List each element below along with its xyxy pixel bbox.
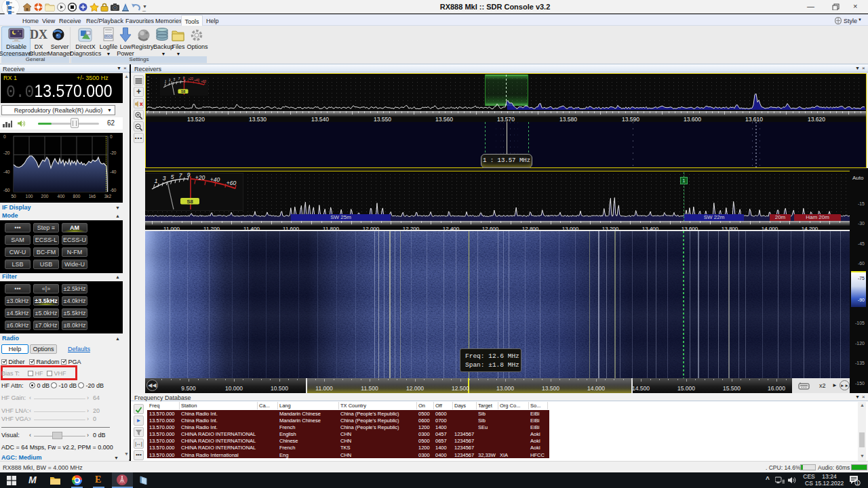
svg-text:+20: +20 bbox=[188, 77, 193, 81]
svg-text:LOG: LOG bbox=[105, 35, 112, 39]
svg-text:3: 3 bbox=[163, 175, 166, 182]
svg-text:+60: +60 bbox=[226, 180, 237, 186]
svg-text:+40: +40 bbox=[194, 79, 199, 82]
svg-text:S8: S8 bbox=[181, 89, 186, 94]
svg-text:9: 9 bbox=[187, 173, 191, 178]
svg-text:5: 5 bbox=[171, 174, 174, 180]
svg-text:S8: S8 bbox=[186, 199, 193, 205]
svg-text:+40: +40 bbox=[210, 176, 220, 183]
svg-text:7: 7 bbox=[179, 173, 182, 179]
svg-text:1: 1 bbox=[155, 178, 158, 184]
svg-text:+60: +60 bbox=[201, 80, 206, 83]
svg-text:1: 1 bbox=[856, 481, 859, 485]
svg-text:+20: +20 bbox=[195, 174, 205, 181]
